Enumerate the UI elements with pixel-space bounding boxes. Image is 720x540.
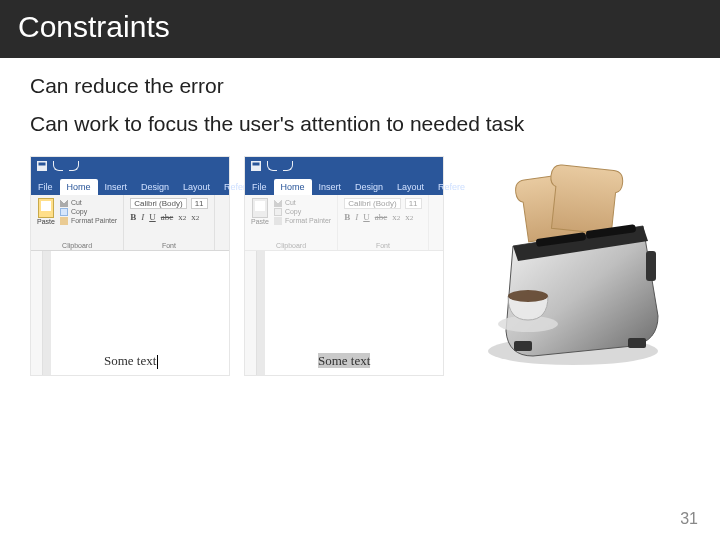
underline-icon: U	[363, 212, 370, 222]
font-group: Calibri (Body) 11 B I U abc x2 x2 Font	[338, 195, 428, 250]
page-margin	[43, 251, 63, 375]
ruler-vertical	[31, 251, 43, 375]
underline-icon: U	[149, 212, 156, 222]
format-painter-icon	[60, 217, 68, 225]
toaster-image	[458, 156, 678, 376]
paste-icon	[38, 198, 54, 218]
word-screenshot-active: File Home Insert Design Layout Refere Pa…	[30, 156, 230, 376]
tab-insert: Insert	[312, 179, 349, 195]
ribbon-active: Paste Cut Copy Format Painter Clipboard …	[31, 195, 229, 251]
format-painter-icon	[274, 217, 282, 225]
ruler-vertical	[245, 251, 257, 375]
clipboard-group: Paste Cut Copy Format Painter Clipboard	[245, 195, 338, 250]
quick-access-toolbar	[31, 157, 229, 175]
cut-icon	[274, 199, 282, 207]
tab-home: Home	[274, 179, 312, 195]
text-caret	[157, 355, 158, 369]
page-margin	[257, 251, 277, 375]
font-size-selector: 11	[405, 198, 422, 209]
tab-layout: Layout	[176, 179, 217, 195]
paste-label: Paste	[251, 218, 269, 225]
clipboard-group: Paste Cut Copy Format Painter Clipboard	[31, 195, 124, 250]
cut-button: Cut	[274, 199, 331, 207]
page-number: 31	[680, 510, 698, 528]
tab-design: Design	[134, 179, 176, 195]
tab-layout: Layout	[390, 179, 431, 195]
copy-icon	[60, 208, 68, 216]
superscript-icon: x2	[191, 212, 199, 222]
bullet-item: Can reduce the error	[30, 74, 690, 98]
ribbon-disabled: Paste Cut Copy Format Painter Clipboard …	[245, 195, 443, 251]
bold-icon: B	[344, 212, 350, 222]
superscript-icon: x2	[405, 212, 413, 222]
word-screenshot-disabled: File Home Insert Design Layout Refere Pa…	[244, 156, 444, 376]
ribbon-tabs: File Home Insert Design Layout Refere	[245, 175, 443, 195]
tab-home: Home	[60, 179, 98, 195]
tab-insert: Insert	[98, 179, 135, 195]
copy-icon	[274, 208, 282, 216]
bullet-list: Can reduce the error Can work to focus t…	[0, 58, 720, 136]
paste-button: Paste	[37, 198, 55, 225]
subscript-icon: x2	[392, 212, 400, 222]
sample-text: Some text	[103, 353, 159, 369]
format-painter-button: Format Painter	[274, 217, 331, 225]
redo-icon	[69, 161, 79, 171]
svg-rect-3	[628, 338, 646, 348]
copy-button: Copy	[274, 208, 331, 216]
undo-icon	[267, 161, 277, 171]
paste-label: Paste	[37, 218, 55, 225]
italic-icon: I	[355, 212, 358, 222]
font-style-buttons: B I U abc x2 x2	[344, 212, 421, 222]
quick-access-toolbar	[245, 157, 443, 175]
cut-button: Cut	[60, 199, 117, 207]
document-area: Some text	[245, 251, 443, 375]
undo-icon	[53, 161, 63, 171]
font-group: Calibri (Body) 11 B I U abc x2 x2 Font	[124, 195, 214, 250]
ribbon-tabs: File Home Insert Design Layout Refere	[31, 175, 229, 195]
slide-title: Constraints	[0, 0, 720, 58]
tab-design: Design	[348, 179, 390, 195]
strikethrough-icon: abc	[375, 212, 388, 222]
italic-icon: I	[141, 212, 144, 222]
clipboard-group-label: Clipboard	[37, 242, 117, 249]
font-size-selector: 11	[191, 198, 208, 209]
cut-icon	[60, 199, 68, 207]
font-style-buttons: B I U abc x2 x2	[130, 212, 207, 222]
save-icon	[251, 161, 261, 171]
bullet-item: Can work to focus the user's attention t…	[30, 112, 690, 136]
sample-text-selected: Some text	[317, 353, 371, 369]
tab-file: File	[245, 179, 274, 195]
subscript-icon: x2	[178, 212, 186, 222]
paste-icon	[252, 198, 268, 218]
paste-button: Paste	[251, 198, 269, 225]
font-group-label: Font	[130, 242, 207, 249]
copy-button: Copy	[60, 208, 117, 216]
font-group-label: Font	[344, 242, 421, 249]
svg-point-5	[508, 290, 548, 302]
document-area: Some text	[31, 251, 229, 375]
bold-icon: B	[130, 212, 136, 222]
font-name-selector: Calibri (Body)	[344, 198, 400, 209]
strikethrough-icon: abc	[161, 212, 174, 222]
tab-file: File	[31, 179, 60, 195]
toaster-lever	[646, 251, 656, 281]
save-icon	[37, 161, 47, 171]
font-name-selector: Calibri (Body)	[130, 198, 186, 209]
clipboard-group-label: Clipboard	[251, 242, 331, 249]
redo-icon	[283, 161, 293, 171]
format-painter-button: Format Painter	[60, 217, 117, 225]
svg-rect-2	[514, 341, 532, 351]
